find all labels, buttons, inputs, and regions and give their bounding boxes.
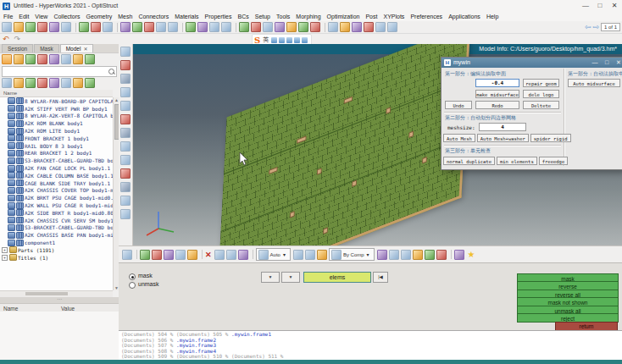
mywin-dialog[interactable]: H mywin — □ ✕ 第一部分：编辑法抽取中面 repair_geom m… [441,57,622,170]
display-icon[interactable] [175,250,186,260]
tree-item[interactable]: FRONT_BRACKET_1_body1 [0,135,113,142]
unmask-radio[interactable] [129,282,136,289]
filter-icon[interactable] [61,78,71,88]
action-button[interactable]: unmask all [518,306,618,314]
redo-icon[interactable]: ↷ [14,35,21,43]
entity-icon[interactable] [120,114,131,124]
menu-item[interactable]: XYPlots [383,14,404,19]
tree-item[interactable]: A2K_STIFF_VERT_PWR_BP_body1 [0,105,113,113]
tree-item[interactable]: A2K_SIDE_BRKT_R_body1-mid0.800 [0,209,113,217]
menu-item[interactable]: Preferences [410,14,442,19]
entity-icon[interactable] [120,87,131,97]
scrollbar-thumb[interactable] [25,292,68,295]
browser-icon[interactable] [73,54,83,64]
mask-radio-label[interactable]: mask [138,273,153,279]
ime-mic-icon[interactable] [279,37,285,43]
tree-item[interactable]: A2K_CHASSIS_CVR_SERV_SM_body1-mi [0,217,113,224]
solid-view-icon[interactable] [425,250,435,260]
browser-icon[interactable] [49,54,59,64]
mask-radio[interactable] [129,273,136,280]
toolbar-icon[interactable] [37,22,47,32]
menu-item[interactable]: Applications [448,14,480,19]
tree-item[interactable]: A2K_WALL_PSU_CAGE_R_body1-mid0.8 [0,201,113,209]
meshsize-input[interactable] [479,123,526,131]
menu-item[interactable]: Post [365,14,377,19]
tree-item[interactable]: CAGE_BLANK_SIDE_TRAY_body1.1 [0,179,113,187]
edge-line-icon[interactable] [401,250,411,260]
tree-item[interactable]: A2K_FAN_CAGE_LOCK_PL_body1.1 [0,164,113,172]
toolbar-icon[interactable] [132,22,142,32]
menu-item[interactable]: Morphing [296,14,320,19]
action-button[interactable]: reverse [518,282,618,290]
filter-icon[interactable] [49,78,59,88]
color-mode-combo[interactable]: By Comp ▾ [329,248,375,261]
tree-item[interactable]: A2K_CHASSIS_COVER_TOP_body1-mid0 [0,187,113,195]
entity-icon[interactable] [120,141,131,152]
browser-icon[interactable] [61,54,71,64]
selection-reset-button[interactable]: |◀ [373,272,388,283]
display-icon[interactable] [152,250,162,260]
expander-icon[interactable]: + [2,255,8,261]
entity-icon[interactable] [120,47,131,57]
tree-item[interactable]: component1 [0,239,113,246]
toolbar-icon[interactable] [275,22,285,32]
console-command-link[interactable]: .mywin.frame1 [231,331,271,337]
geometry-style-icon[interactable] [293,250,303,260]
toolbar-icon[interactable] [186,22,196,32]
display-icon[interactable] [226,250,236,260]
tree-group[interactable]: + Parts (1191) [0,246,113,254]
redo-button[interactable]: Redo [475,101,519,109]
tree-item[interactable]: 8_WYLAR-FAN-BOARD-BP_CAPITOLA_bo [0,97,113,105]
toolbar-icon[interactable] [340,22,350,32]
toolbar-icon[interactable] [14,22,24,32]
view-mode-combo[interactable]: Auto ▾ [256,248,291,261]
check-action-button[interactable]: min_elements [497,157,537,165]
menu-item[interactable]: Properties [205,14,232,19]
ime-pen-icon[interactable] [271,37,277,43]
check-action-button[interactable]: normal_duplicate [443,157,495,165]
sogou-logo-icon[interactable]: S [254,36,260,45]
tree-item[interactable]: RAIL_BODY_8_3_body1 [0,142,113,150]
delete-entities-icon[interactable]: ✕ [205,251,212,259]
filter-icon[interactable] [37,78,47,88]
menu-item[interactable]: View [35,14,47,19]
menu-item[interactable]: Setup [255,14,270,19]
panel-splitter[interactable]: ⋯ [0,297,119,303]
tree-item[interactable]: 8_WYLAR-A2K-VERT-8_CAPITOLA_body [0,113,113,120]
make-midsurface-button[interactable]: make_midsurface [475,90,519,98]
toolbar-icon[interactable] [328,22,338,32]
browser-icon[interactable] [14,54,24,64]
display-icon[interactable] [187,250,197,260]
menu-item[interactable]: Edit [19,14,29,19]
tree-item[interactable]: A2K_CHASSIS_BASE_PAN_body1-mid1. [0,231,113,239]
tree-item[interactable]: S3-BRACKET-CABEL-GUARD-TBD_body1 [0,157,113,164]
action-button[interactable]: mask [518,274,618,282]
menu-item[interactable]: Materials [175,14,198,19]
tree-item[interactable]: A2K_BRKT_PSU_CAGE_body1-mid0.800 [0,194,113,201]
tree-item[interactable]: REAR_BRACKET_1_2_body1 [0,150,113,157]
check-action-button[interactable]: freeedge [539,157,569,165]
filter-icon[interactable] [85,78,95,88]
favorites-star-icon[interactable]: ★ [468,250,475,259]
action-button[interactable]: reverse all [518,290,618,298]
display-icon[interactable] [238,250,248,260]
selector-dropdown[interactable]: ▼ [281,272,300,283]
entity-icon[interactable] [120,182,131,192]
toolbar-icon[interactable] [168,22,178,32]
entity-icon[interactable] [120,74,131,84]
search-input[interactable] [2,66,117,77]
menu-item[interactable]: Help [486,14,498,19]
monitor-icon[interactable] [454,250,464,260]
maximize-button[interactable]: □ [594,1,606,11]
filter-icon[interactable] [2,78,12,88]
tree-item[interactable]: A2K_ROM_BLANK_body1 [0,119,113,127]
menu-item[interactable]: Collectors [53,14,80,19]
delete-button[interactable]: Deltete [523,101,559,109]
tree-group[interactable]: + Titles (1) [0,254,113,262]
mesh-action-button[interactable]: Auto_Mesh [443,134,475,142]
ime-keyboard-icon[interactable] [286,37,292,43]
graph-icon[interactable] [436,250,447,260]
menu-item[interactable]: File [3,14,13,19]
toolbar-icon[interactable] [286,22,297,32]
expander-icon[interactable]: + [2,247,8,253]
